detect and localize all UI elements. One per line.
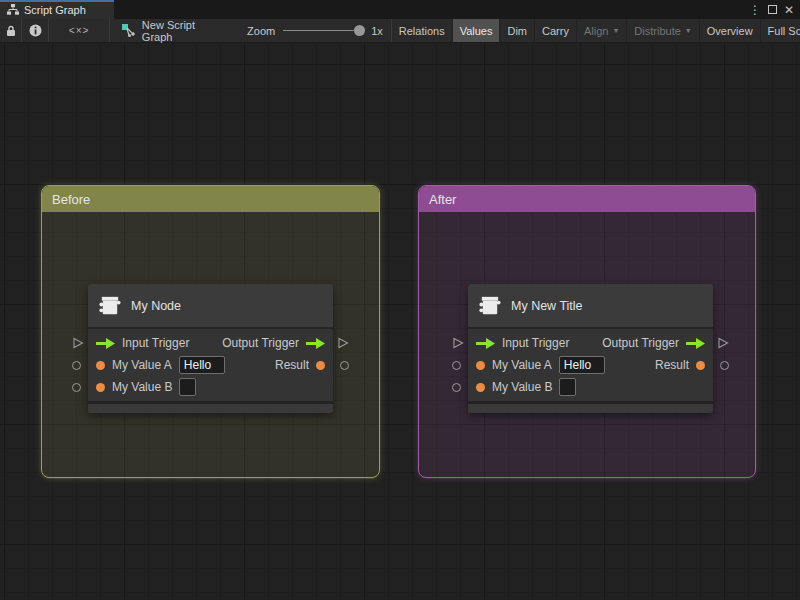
tab-title: Script Graph <box>24 4 86 16</box>
window-tab-bar: Script Graph ⋮ ✕ <box>0 0 800 19</box>
overview-button[interactable]: Overview <box>700 19 761 42</box>
chevron-down-icon: ▼ <box>612 27 619 34</box>
relations-button[interactable]: Relations <box>392 19 453 42</box>
value-b-input[interactable] <box>559 378 576 396</box>
port-value-a[interactable]: My Value A <box>476 356 605 374</box>
value-port-icon <box>696 361 705 370</box>
zoom-control: Zoom 1x <box>231 19 392 42</box>
graph-canvas[interactable]: Before After My Node <box>0 43 800 600</box>
lock-icon <box>6 25 16 37</box>
window-close-icon[interactable]: ✕ <box>784 4 794 16</box>
node-title: My New Title <box>511 299 583 313</box>
graph-name-label: New Script Graph <box>142 19 221 43</box>
port-input-trigger[interactable]: Input Trigger <box>96 336 189 350</box>
zoom-slider-handle[interactable] <box>354 25 365 36</box>
group-after-title: After <box>429 192 456 207</box>
value-input-marker-icon[interactable] <box>452 383 461 392</box>
flow-input-marker-icon[interactable] <box>72 337 84 349</box>
port-value-b[interactable]: My Value B <box>96 378 196 396</box>
zoom-value: 1x <box>371 25 383 37</box>
node-header[interactable]: My New Title <box>468 284 713 327</box>
value-port-icon <box>476 361 485 370</box>
node-my-new-title[interactable]: My New Title Input Trigger Output Trigge… <box>468 284 713 413</box>
graph-toolbar: <×> New Script Graph Zoom 1x Relations V… <box>0 19 800 43</box>
node-ports: Input Trigger Output Trigger My Value A … <box>88 329 333 401</box>
value-input-marker-icon[interactable] <box>72 383 81 392</box>
group-after-header[interactable]: After <box>419 186 755 212</box>
dim-button[interactable]: Dim <box>500 19 535 42</box>
toolbar-buttons: Relations Values Dim Carry Align ▼ Distr… <box>392 19 800 42</box>
port-output-trigger[interactable]: Output Trigger <box>602 336 705 350</box>
script-graph-icon <box>122 24 136 37</box>
flow-arrow-icon <box>306 338 325 349</box>
graph-identity: New Script Graph <box>110 19 231 42</box>
flow-input-marker-icon[interactable] <box>452 337 464 349</box>
node-footer <box>88 404 333 413</box>
value-b-input[interactable] <box>179 378 196 396</box>
port-input-trigger[interactable]: Input Trigger <box>476 336 569 350</box>
flow-arrow-icon <box>686 338 705 349</box>
value-input-marker-icon[interactable] <box>72 361 81 370</box>
unit-node-icon <box>477 293 502 318</box>
value-port-icon <box>316 361 325 370</box>
window-maximize-icon[interactable] <box>768 5 777 14</box>
port-result[interactable]: Result <box>275 358 325 372</box>
tab-script-graph[interactable]: Script Graph <box>0 0 114 19</box>
value-port-icon <box>96 361 105 370</box>
port-value-b[interactable]: My Value B <box>476 378 576 396</box>
flow-arrow-icon <box>476 338 495 349</box>
node-header[interactable]: My Node <box>88 284 333 327</box>
graph-hierarchy-icon <box>7 4 19 15</box>
window-menu-icon[interactable]: ⋮ <box>749 4 761 16</box>
value-input-marker-icon[interactable] <box>452 361 461 370</box>
carry-button[interactable]: Carry <box>535 19 577 42</box>
value-port-icon <box>96 383 105 392</box>
flow-arrow-icon <box>96 338 115 349</box>
distribute-dropdown[interactable]: Distribute ▼ <box>627 19 699 42</box>
info-button[interactable] <box>22 19 49 42</box>
zoom-label: Zoom <box>247 25 275 37</box>
value-port-icon <box>476 383 485 392</box>
unit-node-icon <box>97 293 122 318</box>
code-icon: <×> <box>69 25 90 36</box>
node-footer <box>468 404 713 413</box>
code-preview-button[interactable]: <×> <box>49 19 109 42</box>
value-a-input[interactable] <box>179 356 225 374</box>
info-icon <box>29 24 42 37</box>
zoom-slider[interactable] <box>283 30 363 31</box>
chevron-down-icon: ▼ <box>685 27 692 34</box>
flow-output-marker-icon[interactable] <box>717 337 729 349</box>
lock-button[interactable] <box>0 19 22 42</box>
group-before-title: Before <box>52 192 90 207</box>
port-result[interactable]: Result <box>655 358 705 372</box>
align-dropdown[interactable]: Align ▼ <box>577 19 627 42</box>
node-my-node[interactable]: My Node Input Trigger Output Trigger <box>88 284 333 413</box>
value-output-marker-icon[interactable] <box>340 361 349 370</box>
fullscreen-button[interactable]: Full Screen <box>761 19 800 42</box>
values-button[interactable]: Values <box>453 19 501 42</box>
value-a-input[interactable] <box>559 356 605 374</box>
port-value-a[interactable]: My Value A <box>96 356 225 374</box>
group-before-header[interactable]: Before <box>42 186 379 212</box>
node-ports: Input Trigger Output Trigger My Value A … <box>468 329 713 401</box>
port-output-trigger[interactable]: Output Trigger <box>222 336 325 350</box>
node-title: My Node <box>131 299 181 313</box>
flow-output-marker-icon[interactable] <box>337 337 349 349</box>
value-output-marker-icon[interactable] <box>720 361 729 370</box>
